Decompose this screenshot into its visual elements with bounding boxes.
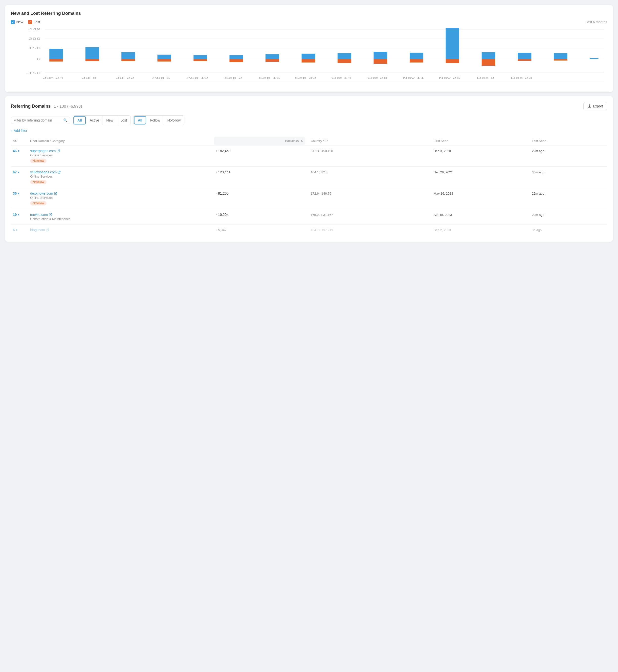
chart-legend: ✓ New ✓ Lost Last 6 months <box>11 20 607 24</box>
status-filter-group[interactable]: All Active New Lost <box>73 115 131 125</box>
domains-table: AS Root Domain / Category Backlinks ⇅ Co… <box>11 137 607 236</box>
domain-category: Construction & Maintenance <box>30 217 212 221</box>
ip-cell: 172.64.146.75 <box>305 188 432 209</box>
external-link-icon <box>46 229 49 232</box>
as-cell: 67 ▾ <box>11 167 28 188</box>
expand-arrow[interactable]: › <box>216 213 217 216</box>
add-filter[interactable]: + Add filter <box>11 129 607 133</box>
country-ip-value: 51.138.150.150 <box>311 149 333 153</box>
chevron-icon[interactable]: ▾ <box>18 171 19 174</box>
ip-cell: 165.227.31.167 <box>305 209 432 225</box>
bar-lost <box>158 59 171 61</box>
last-seen-value: 22m ago <box>532 192 544 195</box>
svg-text:Dec 9: Dec 9 <box>476 76 494 79</box>
domain-link[interactable]: muvzu.com <box>30 213 212 217</box>
expand-arrow[interactable]: › <box>216 149 217 153</box>
first-seen-value: Dec 3, 2020 <box>434 149 451 153</box>
chevron-icon[interactable]: ▾ <box>18 149 19 153</box>
filter-active[interactable]: Active <box>86 116 103 125</box>
domain-cell: yellowpages.com Online Services Nofollow <box>28 167 214 188</box>
backlinks-value: 81,205 <box>218 191 229 195</box>
country-ip-value: 172.64.146.75 <box>311 192 331 195</box>
first-seen-cell: Dec 3, 2020 <box>432 145 530 167</box>
bar-lost <box>266 59 279 62</box>
first-seen-cell: Apr 18, 2023 <box>432 209 530 225</box>
export-icon <box>588 104 592 108</box>
filter-follow[interactable]: Follow <box>146 116 164 125</box>
chart-card: New and Lost Referring Domains ✓ New ✓ L… <box>5 5 613 92</box>
first-seen-cell: May 16, 2023 <box>432 188 530 209</box>
domain-link[interactable]: superpages.com <box>30 149 212 153</box>
backlinks-cell: › 182,463 <box>214 145 305 167</box>
chevron-icon[interactable]: ▾ <box>16 229 17 232</box>
chevron-icon[interactable]: ▾ <box>18 213 19 216</box>
as-value: 19 <box>13 213 17 217</box>
svg-text:449: 449 <box>28 28 40 31</box>
country-ip-value: 104.18.32.4 <box>311 170 328 174</box>
filter-lost[interactable]: Lost <box>117 116 130 125</box>
filter-all-follow[interactable]: All <box>134 116 146 124</box>
last-seen-value: 29m ago <box>532 213 544 217</box>
domain-category: Online Services <box>30 153 212 157</box>
legend-lost: ✓ Lost <box>28 20 40 24</box>
bar-lost <box>121 59 135 61</box>
country-ip-value: 165.227.31.167 <box>311 213 333 217</box>
bar-new <box>194 55 207 59</box>
bar-new <box>374 52 387 59</box>
bar-new <box>158 54 171 59</box>
col-backlinks[interactable]: Backlinks ⇅ <box>214 137 305 145</box>
bar-lost <box>338 59 351 63</box>
filter-new[interactable]: New <box>103 116 117 125</box>
domain-cell: superpages.com Online Services Nofollow <box>28 145 214 167</box>
svg-text:Dec 23: Dec 23 <box>511 76 532 79</box>
sort-icon: ⇅ <box>301 140 303 142</box>
bar-lost <box>49 59 63 61</box>
follow-filter-group[interactable]: All Follow Nofollow <box>133 115 184 125</box>
search-box[interactable]: 🔍 <box>11 117 70 124</box>
filter-row: 🔍 All Active New Lost All Follow Nofollo… <box>11 115 607 125</box>
domain-link[interactable]: yellowpages.com <box>30 170 212 174</box>
expand-arrow[interactable]: › <box>216 170 217 174</box>
nofollow-tag: Nofollow <box>30 201 46 206</box>
filter-nofollow[interactable]: Nofollow <box>164 116 184 125</box>
domain-link[interactable]: dexknows.com <box>30 191 212 195</box>
export-button[interactable]: Export <box>584 102 607 110</box>
table-row: 19 ▾ muvzu.com Construction & Maintenanc… <box>11 209 607 225</box>
search-input[interactable] <box>14 118 62 122</box>
as-value: 46 <box>13 149 17 153</box>
domain-link[interactable]: bingi.com <box>30 228 212 232</box>
last-seen-value: 36m ago <box>532 170 544 174</box>
bar-lost <box>446 59 459 63</box>
as-cell: 19 ▾ <box>11 209 28 225</box>
nofollow-tag: Nofollow <box>30 158 46 163</box>
svg-text:Aug 5: Aug 5 <box>152 76 170 79</box>
expand-arrow[interactable]: › <box>216 192 217 195</box>
domains-table-wrap: AS Root Domain / Category Backlinks ⇅ Co… <box>11 137 607 236</box>
last-seen-cell: 36m ago <box>530 167 607 188</box>
section-count: 1 - 100 (~6,998) <box>54 104 82 108</box>
svg-text:Sep 16: Sep 16 <box>258 76 280 79</box>
search-icon: 🔍 <box>63 118 68 122</box>
new-checkbox[interactable]: ✓ <box>11 20 15 24</box>
bar-lost <box>86 59 99 61</box>
chevron-icon[interactable]: ▾ <box>18 192 19 195</box>
last-seen-value: 3d ago <box>532 228 542 232</box>
filter-all-status[interactable]: All <box>74 116 86 124</box>
col-country-ip: Country / IP <box>305 137 432 145</box>
lost-checkbox[interactable]: ✓ <box>28 20 32 24</box>
expand-arrow[interactable]: › <box>216 228 217 232</box>
bar-new <box>49 49 63 59</box>
bar-new <box>482 52 495 59</box>
bar-lost <box>194 59 207 61</box>
svg-text:Oct 28: Oct 28 <box>367 76 387 79</box>
svg-text:150: 150 <box>28 46 40 50</box>
table-row: 46 ▾ superpages.com Online Services Nofo… <box>11 145 607 167</box>
svg-text:0: 0 <box>36 57 41 61</box>
ip-cell: 51.138.150.150 <box>305 145 432 167</box>
bar-lost <box>482 59 495 66</box>
svg-text:Oct 14: Oct 14 <box>331 76 351 79</box>
legend-lost-label: Lost <box>34 20 40 24</box>
bar-lost <box>374 59 387 64</box>
table-row: 36 ▾ dexknows.com Online Services Nofoll… <box>11 188 607 209</box>
bar-new <box>86 47 99 59</box>
